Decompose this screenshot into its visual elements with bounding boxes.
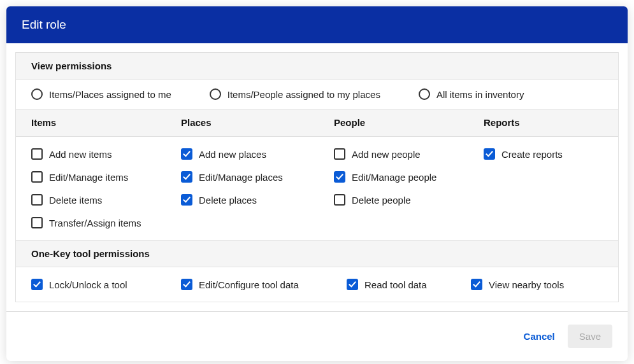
- edit-role-modal: Edit role View permissions Items/Places …: [6, 6, 628, 361]
- modal-body: View permissions Items/Places assigned t…: [6, 43, 628, 311]
- checkbox-label: Lock/Unlock a tool: [49, 279, 127, 290]
- checkbox-lock-unlock-tool[interactable]: Lock/Unlock a tool: [31, 279, 181, 290]
- permissions-columns-body: Add new items Edit/Manage items Delete i…: [16, 137, 618, 241]
- checkbox-icon: [31, 171, 43, 183]
- checkbox-icon: [334, 148, 345, 160]
- checkbox-icon: [181, 279, 192, 290]
- checkbox-delete-places[interactable]: Delete places: [181, 194, 303, 206]
- permissions-section: View permissions Items/Places assigned t…: [15, 52, 619, 302]
- items-permissions: Add new items Edit/Manage items Delete i…: [16, 137, 166, 240]
- checkbox-label: Add new people: [352, 149, 421, 160]
- checkbox-label: Add new places: [199, 149, 266, 160]
- checkbox-icon: [181, 194, 192, 206]
- checkbox-icon: [181, 148, 192, 160]
- checkbox-icon: [334, 194, 345, 206]
- checkbox-label: Edit/Manage people: [352, 172, 436, 183]
- radio-label: Items/Places assigned to me: [49, 89, 171, 100]
- checkbox-label: Delete people: [352, 195, 411, 206]
- view-permissions-header: View permissions: [16, 53, 618, 80]
- checkbox-add-new-people[interactable]: Add new people: [334, 148, 453, 160]
- checkbox-label: Delete places: [199, 195, 257, 206]
- radio-label: All items in inventory: [436, 89, 524, 100]
- checkbox-label: Edit/Manage places: [199, 172, 283, 183]
- checkbox-icon: [181, 171, 192, 183]
- checkbox-icon: [484, 148, 495, 160]
- checkbox-create-reports[interactable]: Create reports: [484, 148, 603, 160]
- checkbox-view-nearby-tools[interactable]: View nearby tools: [471, 279, 603, 290]
- column-header-people: People: [334, 117, 365, 128]
- modal-title: Edit role: [6, 6, 628, 43]
- radio-label: Items/People assigned to my places: [227, 89, 380, 100]
- places-permissions: Add new places Edit/Manage places Delete…: [166, 137, 319, 240]
- checkbox-edit-manage-places[interactable]: Edit/Manage places: [181, 171, 303, 183]
- checkbox-label: Read tool data: [364, 279, 427, 290]
- checkbox-label: Create reports: [501, 149, 563, 160]
- reports-permissions: Create reports: [468, 137, 618, 240]
- radio-icon: [210, 88, 221, 100]
- checkbox-label: Transfer/Assign items: [49, 218, 141, 228]
- permissions-columns-header: Items Places People Reports: [16, 109, 618, 137]
- checkbox-label: Add new items: [49, 149, 112, 160]
- checkbox-add-new-items[interactable]: Add new items: [31, 148, 150, 160]
- checkbox-add-new-places[interactable]: Add new places: [181, 148, 303, 160]
- radio-items-people-assigned-to-my-places[interactable]: Items/People assigned to my places: [210, 88, 380, 100]
- radio-icon: [31, 88, 43, 100]
- checkbox-label: Delete items: [49, 195, 102, 206]
- cancel-button[interactable]: Cancel: [524, 331, 555, 342]
- checkbox-icon: [31, 148, 43, 160]
- radio-icon: [419, 88, 430, 100]
- people-permissions: Add new people Edit/Manage people Delete…: [319, 137, 468, 240]
- tool-permissions-header: One-Key tool permissions: [16, 241, 618, 267]
- checkbox-label: Edit/Configure tool data: [199, 279, 299, 290]
- column-header-items: Items: [31, 117, 56, 128]
- tool-permissions-row: Lock/Unlock a tool Edit/Configure tool d…: [16, 267, 618, 302]
- radio-all-items-in-inventory[interactable]: All items in inventory: [419, 88, 524, 100]
- checkbox-icon: [31, 217, 43, 228]
- checkbox-icon: [31, 194, 43, 206]
- checkbox-label: View nearby tools: [489, 279, 564, 290]
- checkbox-read-tool-data[interactable]: Read tool data: [347, 279, 471, 290]
- save-button[interactable]: Save: [568, 325, 612, 348]
- radio-items-places-assigned-to-me[interactable]: Items/Places assigned to me: [31, 88, 171, 100]
- checkbox-edit-configure-tool-data[interactable]: Edit/Configure tool data: [181, 279, 347, 290]
- view-permissions-radio-row: Items/Places assigned to me Items/People…: [16, 80, 618, 109]
- checkbox-icon: [334, 171, 345, 183]
- checkbox-icon: [471, 279, 482, 290]
- checkbox-icon: [347, 279, 358, 290]
- checkbox-edit-manage-items[interactable]: Edit/Manage items: [31, 171, 150, 183]
- checkbox-edit-manage-people[interactable]: Edit/Manage people: [334, 171, 453, 183]
- column-header-reports: Reports: [484, 117, 520, 128]
- checkbox-delete-items[interactable]: Delete items: [31, 194, 150, 206]
- modal-footer: Cancel Save: [6, 311, 628, 361]
- column-header-places: Places: [181, 117, 212, 128]
- checkbox-label: Edit/Manage items: [49, 172, 128, 183]
- checkbox-delete-people[interactable]: Delete people: [334, 194, 453, 206]
- checkbox-icon: [31, 279, 43, 290]
- checkbox-transfer-assign-items[interactable]: Transfer/Assign items: [31, 217, 150, 228]
